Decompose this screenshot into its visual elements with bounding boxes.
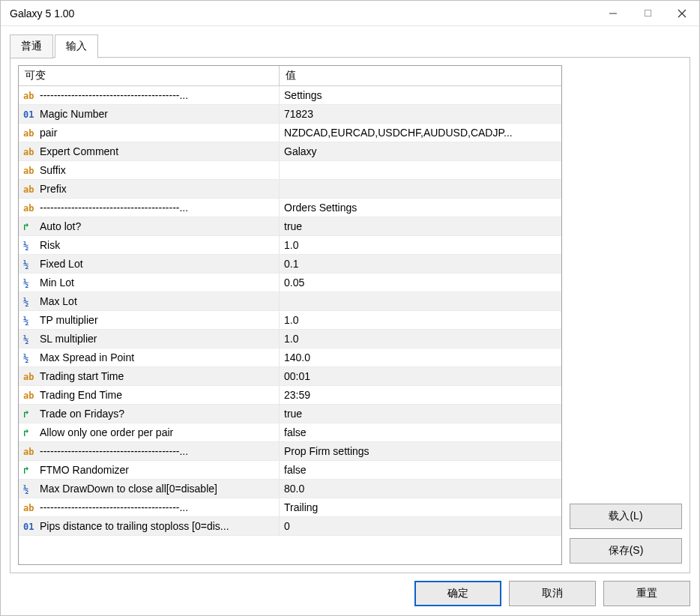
save-button[interactable]: 保存(S) <box>570 538 682 564</box>
param-value[interactable]: Trailing <box>280 498 561 517</box>
param-name-text: pair <box>40 127 57 139</box>
param-name-text: Auto lot? <box>40 220 81 232</box>
table-row[interactable]: ab--------------------------------------… <box>19 86 561 105</box>
param-value[interactable] <box>280 292 561 311</box>
param-name-text: Max Spread in Point <box>40 351 134 363</box>
param-value[interactable]: Prop Firm settings <box>280 442 561 461</box>
param-value[interactable]: Galaxy <box>280 142 561 161</box>
param-value[interactable]: 71823 <box>280 105 561 124</box>
table-row[interactable]: abTrading start Time00:01 <box>19 367 561 386</box>
close-button[interactable] <box>665 1 699 26</box>
table-row[interactable]: 01Magic Number71823 <box>19 105 561 124</box>
param-value[interactable]: 0.05 <box>280 274 561 292</box>
param-name: ↱Allow only one order per pair <box>19 423 280 442</box>
column-variable[interactable]: 可变 <box>19 66 280 86</box>
table-row[interactable]: abpairNZDCAD,EURCAD,USDCHF,AUDUSD,CADJP.… <box>19 124 561 142</box>
param-value-text: Settings <box>284 89 322 101</box>
param-name: ab--------------------------------------… <box>19 442 280 461</box>
param-value[interactable]: 00:01 <box>280 367 561 386</box>
table-row[interactable]: ab--------------------------------------… <box>19 442 561 461</box>
param-value[interactable]: Orders Settings <box>280 199 561 217</box>
string-type-icon: ab <box>23 147 40 157</box>
table-row[interactable]: abSuffix <box>19 161 561 180</box>
column-value[interactable]: 值 <box>280 66 561 86</box>
window-title: Galaxy 5 1.00 <box>10 7 74 19</box>
int-type-icon: 01 <box>23 522 40 532</box>
param-name-text: Magic Number <box>40 108 108 120</box>
table-row[interactable]: abTrading End Time23:59 <box>19 386 561 405</box>
content: 普通 输入 可变 值 ab <box>1 26 699 615</box>
param-value[interactable]: 1.0 <box>280 330 561 348</box>
double-type-icon: ½ <box>23 297 40 307</box>
table-row[interactable]: ↱Allow only one order per pairfalse <box>19 423 561 442</box>
param-value[interactable]: 1.0 <box>280 236 561 255</box>
param-value[interactable] <box>280 180 561 199</box>
side-buttons: 载入(L) 保存(S) <box>570 65 682 565</box>
maximize-button[interactable] <box>630 1 665 26</box>
minimize-button[interactable] <box>596 1 630 26</box>
param-name: ½Fixed Lot <box>19 255 280 274</box>
tab-general[interactable]: 普通 <box>10 34 53 58</box>
table-row[interactable]: ½Risk1.0 <box>19 236 561 255</box>
param-name: ½TP multiplier <box>19 311 280 330</box>
param-value[interactable]: true <box>280 405 561 423</box>
param-value-text: 1.0 <box>284 333 298 345</box>
table-row[interactable]: abPrefix <box>19 180 561 199</box>
load-button[interactable]: 载入(L) <box>570 504 682 529</box>
grid-scroll[interactable]: 可变 值 ab---------------------------------… <box>19 66 561 564</box>
param-value[interactable]: 140.0 <box>280 348 561 367</box>
param-value-text: 0.1 <box>284 258 298 270</box>
param-value[interactable]: true <box>280 217 561 236</box>
param-name-text: Prefix <box>40 183 67 195</box>
titlebar: Galaxy 5 1.00 <box>1 1 699 26</box>
table-row[interactable]: ab--------------------------------------… <box>19 498 561 517</box>
ok-button[interactable]: 确定 <box>414 581 501 606</box>
table-row[interactable]: ab--------------------------------------… <box>19 199 561 217</box>
param-name: abTrading End Time <box>19 386 280 405</box>
param-value-text: 80.0 <box>284 483 304 495</box>
table-row[interactable]: ½SL multiplier1.0 <box>19 330 561 348</box>
table-row[interactable]: ½Fixed Lot0.1 <box>19 255 561 274</box>
table-row[interactable]: ½Max Spread in Point140.0 <box>19 348 561 367</box>
param-name-text: Suffix <box>40 164 66 176</box>
table-row[interactable]: ↱Trade on Fridays?true <box>19 405 561 423</box>
param-value-text: true <box>284 220 302 232</box>
param-value[interactable]: false <box>280 461 561 480</box>
param-value[interactable]: 0.1 <box>280 255 561 274</box>
reset-button[interactable]: 重置 <box>603 581 690 606</box>
param-value[interactable]: 80.0 <box>280 480 561 498</box>
table-row[interactable]: ↱FTMO Randomizerfalse <box>19 461 561 480</box>
svg-rect-1 <box>645 10 651 16</box>
param-value-text: 23:59 <box>284 389 310 401</box>
param-name: ½Min Lot <box>19 274 280 292</box>
string-type-icon: ab <box>23 447 40 457</box>
param-value[interactable]: 23:59 <box>280 386 561 405</box>
param-value[interactable] <box>280 161 561 180</box>
param-name-text: ----------------------------------------… <box>40 445 188 457</box>
param-value[interactable]: 0 <box>280 517 561 536</box>
bool-type-icon: ↱ <box>23 427 40 438</box>
param-name: ab--------------------------------------… <box>19 498 280 517</box>
table-row[interactable]: ½Max Lot <box>19 292 561 311</box>
table-row[interactable]: ↱Auto lot?true <box>19 217 561 236</box>
bool-type-icon: ↱ <box>23 221 40 232</box>
double-type-icon: ½ <box>23 334 40 345</box>
tab-inputs[interactable]: 输入 <box>55 34 98 58</box>
param-value[interactable]: Settings <box>280 86 561 105</box>
table-row[interactable]: ½Min Lot0.05 <box>19 274 561 292</box>
param-name-text: Max Lot <box>40 295 77 307</box>
table-row[interactable]: ½TP multiplier1.0 <box>19 311 561 330</box>
param-value[interactable]: NZDCAD,EURCAD,USDCHF,AUDUSD,CADJP... <box>280 124 561 142</box>
param-value[interactable]: 1.0 <box>280 311 561 330</box>
param-value[interactable]: false <box>280 423 561 442</box>
cancel-button[interactable]: 取消 <box>509 581 596 606</box>
table-row[interactable]: abExpert CommentGalaxy <box>19 142 561 161</box>
string-type-icon: ab <box>23 128 40 139</box>
string-type-icon: ab <box>23 390 40 401</box>
param-name: abTrading start Time <box>19 367 280 386</box>
string-type-icon: ab <box>23 91 40 101</box>
parameters-grid: 可变 值 ab---------------------------------… <box>18 65 562 565</box>
table-row[interactable]: 01Pips distance to trailing stoploss [0=… <box>19 517 561 536</box>
param-value-text: 1.0 <box>284 239 298 251</box>
table-row[interactable]: ½Max DrawDown to close all[0=disable]80.… <box>19 480 561 498</box>
